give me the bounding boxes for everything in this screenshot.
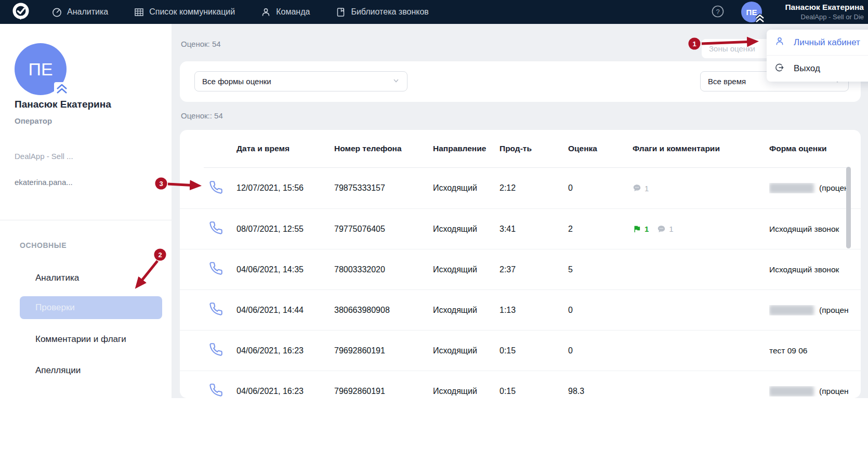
phone-call-icon[interactable] — [209, 383, 223, 398]
nav-item-label: Список коммуникаций — [149, 7, 235, 17]
profile-org[interactable]: DealApp - Sell ... — [15, 152, 73, 161]
table-body: 12/07/2021, 15:56 79875333157 Исходящий … — [180, 168, 861, 398]
user-org: DealApp - Sell or Die — [760, 12, 864, 21]
cell-datetime: 12/07/2021, 15:56 — [236, 183, 334, 193]
table-row[interactable]: 04/06/2021, 14:35 78003332020 Исходящий … — [180, 249, 861, 289]
redacted-form-name — [769, 386, 814, 397]
ratings-count: Оценок: 54 — [181, 39, 221, 48]
phone-call-icon[interactable] — [209, 180, 223, 196]
nav-item-call-library[interactable]: Библиотека звонков — [336, 7, 428, 17]
flag-count: 1 — [645, 225, 649, 233]
menu-item-personal-cabinet[interactable]: Личный кабинет — [767, 30, 868, 56]
cell-score: 5 — [568, 265, 633, 274]
phone-call-icon[interactable] — [209, 261, 223, 278]
menu-item-logout[interactable]: Выход — [767, 56, 868, 82]
nav-item-team[interactable]: Команда — [261, 7, 310, 17]
ratings-table-card: Дата и время Номер телефона Направление … — [180, 130, 861, 398]
col-datetime: Дата и время — [236, 144, 334, 153]
table-row[interactable]: 04/06/2021, 16:23 79692860191 Исходящий … — [180, 330, 861, 371]
form-name-text: (процен — [819, 183, 849, 193]
logout-icon — [775, 63, 784, 75]
sidebar-section-title: ОСНОВНЫЕ — [20, 241, 67, 249]
library-icon — [336, 7, 346, 17]
sidebar-item-label: Комментарии и флаги — [35, 334, 126, 345]
cell-phone: 79775076405 — [334, 225, 433, 234]
table-row[interactable]: 12/07/2021, 15:56 79875333157 Исходящий … — [180, 168, 861, 208]
col-direction: Направление — [433, 144, 499, 153]
cell-phone: 79875333157 — [334, 183, 433, 193]
form-name-text: тест 09 06 — [769, 346, 808, 355]
cell-direction: Исходящий — [433, 183, 499, 193]
user-dropdown-menu: Личный кабинет Выход — [767, 30, 868, 82]
cell-duration: 3:41 — [499, 225, 568, 234]
flag-icon[interactable] — [633, 225, 641, 234]
form-filter-select[interactable]: Все формы оценки — [194, 71, 407, 91]
sidebar-item-analytics[interactable]: Аналитика — [20, 267, 162, 289]
nav-item-label: Аналитика — [67, 7, 108, 17]
table-row[interactable]: 04/06/2021, 14:44 380663980908 Исходящий… — [180, 289, 861, 330]
table-header: Дата и время Номер телефона Направление … — [180, 130, 861, 167]
sidebar-divider — [0, 220, 172, 220]
cell-datetime: 04/06/2021, 14:35 — [236, 265, 334, 274]
cell-duration: 2:37 — [499, 265, 568, 274]
form-name-text: (процен — [819, 387, 849, 396]
col-flags: Флаги и комментарии — [633, 144, 769, 153]
help-icon[interactable]: ? — [711, 5, 725, 20]
cell-form: (процен — [769, 386, 861, 397]
nav-item-label: Библиотека звонков — [351, 7, 428, 17]
chevron-down-icon — [392, 77, 400, 86]
comment-count: 1 — [669, 225, 673, 233]
col-form: Форма оценки — [769, 144, 861, 153]
cell-direction: Исходящий — [433, 225, 499, 234]
cell-score: 2 — [568, 225, 633, 234]
form-name-text: Исходящий звонок — [769, 265, 839, 274]
menu-item-label: Личный кабинет — [794, 37, 860, 48]
cell-direction: Исходящий — [433, 306, 499, 315]
sidebar-item-label: Апелляции — [35, 365, 81, 376]
cell-datetime: 08/07/2021, 12:55 — [236, 225, 334, 234]
comment-icon[interactable] — [633, 183, 641, 193]
phone-call-icon[interactable] — [209, 221, 223, 237]
col-phone: Номер телефона — [334, 144, 433, 153]
phone-call-icon[interactable] — [209, 302, 223, 318]
sidebar-item-comments-flags[interactable]: Комментарии и флаги — [20, 328, 162, 351]
cell-direction: Исходящий — [433, 346, 499, 355]
cell-form: тест 09 06 — [769, 346, 861, 355]
form-name-text: Исходящий звонок — [769, 225, 839, 234]
profile-name: Панасюк Екатерина — [15, 99, 111, 110]
cell-flags: 1 — [633, 183, 769, 193]
cell-phone: 79692860191 — [334, 387, 433, 396]
table-scrollbar[interactable] — [846, 167, 851, 248]
comment-icon[interactable] — [657, 225, 666, 234]
sidebar: ПЕ Панасюк Екатерина Оператор DealApp - … — [0, 24, 172, 475]
cell-score: 0 — [568, 183, 633, 193]
table-row[interactable]: 08/07/2021, 12:55 79775076405 Исходящий … — [180, 208, 861, 249]
time-filter-value: Все время — [708, 77, 746, 86]
top-nav: Аналитика Список коммуникаций Команда Би… — [0, 0, 868, 24]
user-info[interactable]: Панасюк Екатерина DealApp - Sell or Die — [760, 2, 864, 21]
cell-duration: 2:12 — [499, 183, 568, 193]
svg-text:?: ? — [716, 8, 719, 16]
col-duration: Прод-ть — [499, 144, 568, 153]
sidebar-item-appeals[interactable]: Апелляции — [20, 359, 162, 382]
form-filter-value: Все формы оценки — [202, 77, 271, 86]
cell-duration: 0:15 — [499, 387, 568, 396]
phone-call-icon[interactable] — [209, 342, 223, 359]
ratings-count-2: Оценок:: 54 — [181, 111, 223, 120]
nav-item-communication-list[interactable]: Список коммуникаций — [134, 7, 235, 17]
col-score: Оценка — [568, 144, 633, 153]
person-icon — [261, 7, 271, 17]
table-row[interactable]: 04/06/2021, 16:23 79692860191 Исходящий … — [180, 371, 861, 398]
cell-score: 98.3 — [568, 387, 633, 396]
form-name-text: (процен — [819, 306, 849, 315]
redacted-form-name — [769, 183, 814, 193]
cell-direction: Исходящий — [433, 387, 499, 396]
chevrons-up-badge-icon — [54, 82, 70, 96]
user-name: Панасюк Екатерина — [760, 2, 864, 12]
profile-email[interactable]: ekaterina.pana... — [15, 178, 73, 187]
qolio-logo-icon[interactable] — [11, 3, 30, 21]
cell-phone: 380663980908 — [334, 306, 433, 315]
sidebar-item-reviews[interactable]: Проверки — [20, 296, 162, 319]
nav-item-analytics[interactable]: Аналитика — [52, 7, 108, 17]
cell-flags: 1 1 — [633, 225, 769, 234]
